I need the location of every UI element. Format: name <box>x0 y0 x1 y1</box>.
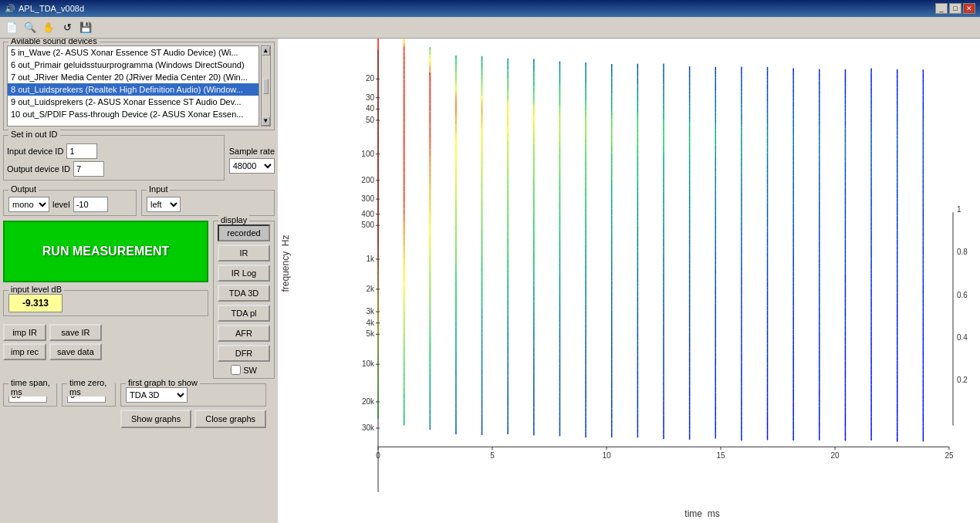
toolbar-zoom-btn[interactable]: 🔍 <box>22 19 39 36</box>
window-title: APL_TDA_v008d <box>19 4 84 13</box>
time-zero-group: time zero, ms <box>62 383 116 407</box>
sample-rate-section: Sample rate 48000 44100 96000 192000 <box>229 135 275 185</box>
left-controls: RUN MEASUREMENT input level dB -9.313 im… <box>3 221 208 379</box>
sound-devices-label: Avilable sound devices <box>8 39 100 46</box>
set-inout-label: Set in out ID <box>8 130 60 139</box>
ir-button[interactable]: IR <box>218 245 270 262</box>
action-col1: imp IR imp rec <box>3 324 46 360</box>
bottom-controls: time span, ms time zero, ms first graph … <box>3 383 275 428</box>
device-item[interactable]: 6 out_Primair geluidsstuurprogramma (Win… <box>8 59 259 71</box>
sw-label: SW <box>243 366 257 375</box>
title-bar-left: 🔊 APL_TDA_v008d <box>5 4 84 14</box>
first-graph-select[interactable]: TDA 3D IR IR Log TDA pl AFR DFR <box>126 387 188 403</box>
device-list[interactable]: 5 in_Wave (2- ASUS Xonar Essence ST Audi… <box>7 46 259 127</box>
recorded-button[interactable]: recorded <box>218 224 270 241</box>
3d-chart-canvas <box>278 39 980 523</box>
close-graphs-button[interactable]: Close graphs <box>194 410 266 428</box>
imp-rec-button[interactable]: imp rec <box>3 343 46 360</box>
show-graphs-button[interactable]: Show graphs <box>120 410 191 428</box>
action-buttons-row: imp IR imp rec save IR save data <box>3 324 208 360</box>
output-group-label: Output <box>8 184 39 194</box>
imp-ir-button[interactable]: imp IR <box>3 324 46 341</box>
close-button[interactable]: ✕ <box>963 3 975 14</box>
run-measurement-button[interactable]: RUN MEASUREMENT <box>3 221 208 282</box>
toolbar-reset-btn[interactable]: ↺ <box>59 19 76 36</box>
title-bar: 🔊 APL_TDA_v008d _ □ ✕ <box>0 0 980 17</box>
save-ir-button[interactable]: save IR <box>49 324 102 341</box>
device-item[interactable]: 10 out_S/PDIF Pass-through Device (2- AS… <box>8 108 259 120</box>
input-level-label: input level dB <box>8 285 64 294</box>
scrollbar[interactable]: ▲ ▼ <box>261 46 271 127</box>
time-span-label: time span, ms <box>8 378 56 396</box>
title-bar-buttons: _ □ ✕ <box>935 3 975 14</box>
time-span-group: time span, ms <box>3 383 57 407</box>
toolbar-new-btn[interactable]: 📄 <box>3 19 20 36</box>
device-item[interactable]: 5 in_Wave (2- ASUS Xonar Essence ST Audi… <box>8 46 259 59</box>
output-mode-select[interactable]: mono stereo <box>8 197 49 212</box>
left-panel: Avilable sound devices 5 in_Wave (2- ASU… <box>0 39 278 523</box>
dfr-button[interactable]: DFR <box>218 345 270 362</box>
input-level-group: input level dB -9.313 <box>3 290 208 316</box>
input-group: Input left right <box>141 190 275 216</box>
set-inout-row: Set in out ID Input device ID Output dev… <box>3 135 275 185</box>
sample-rate-select[interactable]: 48000 44100 96000 192000 <box>229 158 275 174</box>
input-group-label: Input <box>147 184 170 194</box>
input-device-id[interactable] <box>66 143 97 159</box>
app-icon: 🔊 <box>5 4 15 14</box>
input-level-display: -9.313 <box>8 294 63 312</box>
tda-3d-button[interactable]: TDA 3D <box>218 285 270 302</box>
sw-checkbox[interactable] <box>231 365 241 375</box>
output-input-row: Output mono stereo level Input left righ… <box>3 190 275 216</box>
right-panel <box>278 39 980 523</box>
output-controls: mono stereo level <box>8 197 131 212</box>
input-device-label: Input device ID <box>7 147 63 156</box>
device-item-selected[interactable]: 8 out_Luidsprekers (Realtek High Definit… <box>8 83 259 96</box>
main-controls-row: RUN MEASUREMENT input level dB -9.313 im… <box>3 221 275 379</box>
output-level-input[interactable] <box>73 197 108 212</box>
set-inout-group: Set in out ID Input device ID Output dev… <box>3 135 225 181</box>
output-device-row: Output device ID <box>7 161 221 177</box>
output-level-label: level <box>52 200 70 209</box>
main-content: Avilable sound devices 5 in_Wave (2- ASU… <box>0 39 980 523</box>
sound-devices-group: Avilable sound devices 5 in_Wave (2- ASU… <box>3 42 275 130</box>
device-item[interactable]: 9 out_Luidsprekers (2- ASUS Xonar Essenc… <box>8 96 259 108</box>
ir-log-button[interactable]: IR Log <box>218 265 270 282</box>
input-device-row: Input device ID <box>7 143 221 159</box>
graph-controls: first graph to show TDA 3D IR IR Log TDA… <box>120 383 266 428</box>
time-zero-label: time zero, ms <box>67 378 115 396</box>
input-channel-select[interactable]: left right <box>147 197 181 212</box>
action-col2: save IR save data <box>49 324 102 360</box>
display-panel: display recorded IR IR Log TDA 3D TDA pl… <box>213 221 275 379</box>
output-group: Output mono stereo level <box>3 190 137 216</box>
toolbar-pan-btn[interactable]: ✋ <box>40 19 57 36</box>
output-device-label: Output device ID <box>7 164 70 174</box>
sample-rate-label: Sample rate <box>229 147 275 156</box>
afr-button[interactable]: AFR <box>218 325 270 342</box>
save-data-button[interactable]: save data <box>49 343 102 360</box>
tda-pl-button[interactable]: TDA pl <box>218 305 270 322</box>
toolbar: 📄 🔍 ✋ ↺ 💾 <box>0 17 980 39</box>
output-device-id[interactable] <box>73 161 104 177</box>
display-panel-label: display <box>218 215 249 224</box>
toolbar-save-btn[interactable]: 💾 <box>77 19 94 36</box>
input-controls: left right <box>147 197 269 212</box>
first-graph-group: first graph to show TDA 3D IR IR Log TDA… <box>120 383 266 407</box>
maximize-button[interactable]: □ <box>949 3 961 14</box>
minimize-button[interactable]: _ <box>935 3 948 14</box>
show-close-buttons: Show graphs Close graphs <box>120 410 266 428</box>
first-graph-label: first graph to show <box>126 378 200 387</box>
device-item[interactable]: 7 out_JRiver Media Center 20 (JRiver Med… <box>8 71 259 83</box>
sw-row: SW <box>231 365 257 375</box>
